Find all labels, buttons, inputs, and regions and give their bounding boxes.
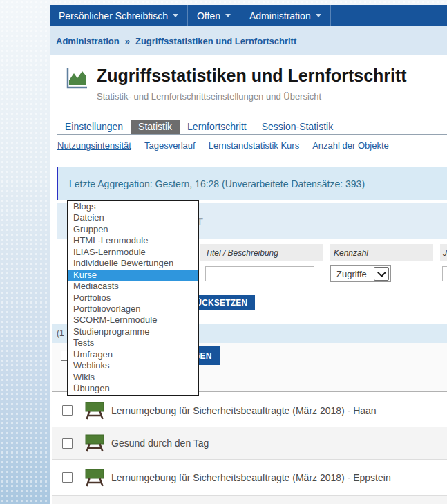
top-navbar: Persönlicher Schreibtisch Offen Administ… — [50, 5, 447, 26]
page-subtitle: Statistik- und Lernfortschrittseinstellu… — [97, 91, 321, 102]
tab-bar: Einstellungen Statistik Lernfortschritt … — [57, 120, 447, 135]
dropdown-option[interactable]: Studienprogramme — [68, 326, 198, 337]
caret-down-icon — [225, 14, 231, 17]
course-icon — [85, 433, 104, 454]
filter-kennzahl-select[interactable]: Zugriffe — [330, 265, 391, 282]
table-row[interactable]: Gesund durch den Tag — [52, 427, 447, 460]
row-title-link[interactable]: Lernumgebung für Sicherheitsbeauftragte … — [111, 405, 377, 416]
object-type-dropdown-list: Blogs Dateien Gruppen HTML-Lernmodule IL… — [67, 200, 199, 396]
nav-item-label: Offen — [197, 10, 220, 21]
table-row[interactable]: Lernumgebung für Sicherheitsbeauftragte … — [52, 460, 447, 496]
select-dropdown-button[interactable] — [374, 267, 389, 281]
breadcrumb-separator: » — [125, 36, 130, 46]
dropdown-option-selected[interactable]: Kurse — [68, 270, 198, 281]
dropdown-option[interactable]: Blogs — [68, 201, 198, 212]
filter-label-text: Kennzahl — [334, 248, 368, 258]
filter-label-text: Titel / Beschreibung — [205, 248, 278, 258]
course-icon — [85, 467, 104, 488]
dropdown-option[interactable]: Gruppen — [68, 224, 198, 235]
filter-label-jahr: Jahr — [440, 244, 447, 261]
subtab-bar: Nutzungsintensität Tagesverlauf Lernstan… — [57, 140, 447, 154]
pagination-text: (1 — [57, 328, 64, 338]
tab-session-statistik[interactable]: Session-Statistik — [254, 120, 341, 134]
row-checkbox[interactable] — [62, 405, 73, 416]
breadcrumb-current-page[interactable]: Zugriffsstatistiken und Lernfortschritt — [135, 36, 296, 46]
dropdown-option[interactable]: Tests — [68, 337, 198, 348]
table-row-partial — [52, 496, 447, 504]
dropdown-option[interactable]: Portfolios — [68, 292, 198, 304]
caret-down-icon — [173, 14, 178, 17]
dropdown-option[interactable]: Umfragen — [68, 349, 198, 360]
row-checkbox[interactable] — [62, 438, 73, 449]
chevron-down-icon — [377, 268, 386, 277]
filter-label-text: Jahr — [443, 248, 447, 258]
breadcrumb-link-administration[interactable]: Administration — [56, 36, 120, 46]
subtab-tagesverlauf[interactable]: Tagesverlauf — [144, 140, 196, 154]
nav-item-label: Administration — [249, 10, 311, 21]
nav-item-administration[interactable]: Administration — [240, 5, 331, 26]
dropdown-option[interactable]: Individuelle Bewertungen — [68, 258, 198, 269]
dropdown-option[interactable]: HTML-Lernmodule — [68, 235, 198, 246]
nav-item-label: Persönlicher Schreibtisch — [59, 10, 168, 21]
filter-title-input[interactable] — [205, 266, 314, 281]
dropdown-option[interactable]: ILIAS-Lernmodule — [68, 247, 198, 258]
table-row[interactable]: Lernumgebung für Sicherheitsbeauftragte … — [52, 394, 447, 427]
tab-lernfortschritt[interactable]: Lernfortschritt — [180, 120, 254, 134]
dropdown-option[interactable]: Übungen — [68, 383, 198, 394]
filter-jahr-input[interactable] — [442, 266, 447, 281]
row-title-link[interactable]: Lernumgebung für Sicherheitsbeauftragte … — [111, 472, 391, 483]
dropdown-option[interactable]: Dateien — [68, 212, 198, 223]
subtab-nutzungsintensitaet[interactable]: Nutzungsintensität — [57, 140, 131, 154]
subtab-anzahl-der-objekte[interactable]: Anzahl der Objekte — [312, 140, 389, 154]
filter-label-title: Titel / Beschreibung — [200, 244, 323, 261]
select-value: Zugriffe — [331, 269, 374, 279]
aggregation-info-text: Letzte Aggregation: Gestern, 16:28 (Unve… — [69, 178, 365, 189]
dropdown-option[interactable]: Wikis — [68, 372, 198, 383]
row-checkbox[interactable] — [62, 472, 73, 483]
area-chart-icon — [62, 65, 90, 93]
filter-label-kennzahl: Kennzahl — [330, 244, 433, 261]
subtab-lernstandstatistik-kurs[interactable]: Lernstandstatistik Kurs — [209, 140, 300, 154]
dropdown-option[interactable]: SCORM-Lernmodule — [68, 315, 198, 326]
dropdown-option[interactable]: Weblinks — [68, 360, 198, 371]
nav-item-offen[interactable]: Offen — [188, 5, 240, 26]
breadcrumb: Administration » Zugriffsstatistiken und… — [50, 26, 447, 55]
page-title: Zugriffsstatistiken und Lernfortschritt — [97, 66, 407, 86]
nav-item-personal-desktop[interactable]: Persönlicher Schreibtisch — [50, 5, 188, 26]
course-icon — [85, 400, 104, 421]
caret-down-icon — [316, 14, 321, 17]
tab-einstellungen[interactable]: Einstellungen — [57, 120, 131, 134]
dropdown-option[interactable]: Portfoliovorlagen — [68, 304, 198, 315]
aggregation-info-box: Letzte Aggregation: Gestern, 16:28 (Unve… — [57, 167, 447, 200]
row-title-link[interactable]: Gesund durch den Tag — [111, 438, 209, 449]
dropdown-option[interactable]: Mediacasts — [68, 281, 198, 292]
tab-statistik[interactable]: Statistik — [131, 120, 180, 134]
